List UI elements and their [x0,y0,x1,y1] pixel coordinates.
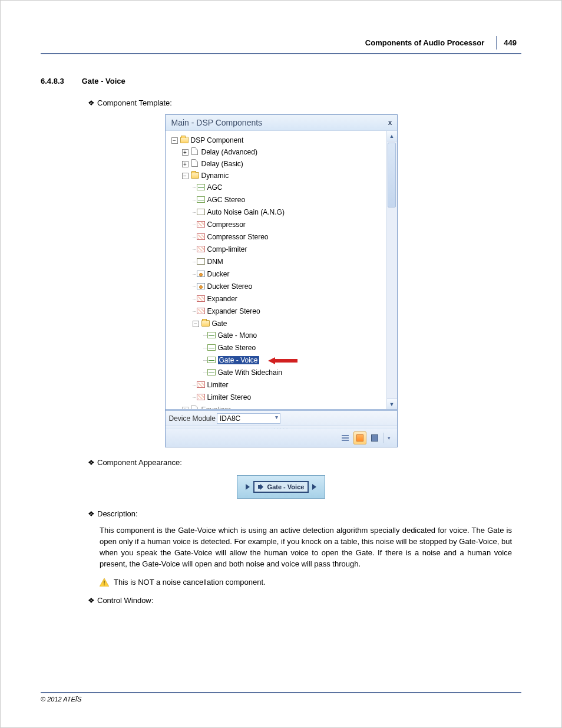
page-header: Components of Audio Processor 449 [41,36,521,54]
port-out-icon [312,484,316,490]
tree-node-limiter-stereo[interactable]: ┈Limiter Stereo [169,391,384,404]
bullet-description: ❖Description: [88,509,521,518]
tree-node-expander[interactable]: ┈Expander [169,293,384,305]
tree-node-gate-group[interactable]: −Gate [169,318,384,330]
diamond-icon: ❖ [88,98,95,107]
toolbar-dropdown-icon[interactable]: ▾ [385,431,394,444]
section-title: Gate - Voice [82,77,125,85]
tree-node-agc-stereo[interactable]: ┈AGC Stereo [169,194,384,206]
tree-node-ang[interactable]: ┈Auto Noise Gain (A.N.G) [169,206,384,219]
toolbar-grid-view-button[interactable] [353,431,366,444]
tree-node-compressor[interactable]: ┈Compressor [169,219,384,231]
warning-text: This is NOT a noise cancellation compone… [114,578,266,587]
document-page: Components of Audio Processor 449 6.4.8.… [0,0,562,728]
tree-label: Expander Stereo [207,307,260,315]
tree-node-compressor-stereo[interactable]: ┈Compressor Stereo [169,231,384,243]
tree-node-gate-voice[interactable]: ┈Gate - Voice [169,354,384,367]
section-heading: 6.4.8.3 Gate - Voice [41,77,521,85]
tree-label: Ducker Stereo [207,282,253,291]
tree-label-selected: Gate - Voice [218,356,259,364]
panel-footer: Device Module IDA8C [166,409,397,426]
port-in-icon [246,484,250,490]
svg-text:!: ! [103,580,105,587]
tree-node-root[interactable]: −DSP Component [169,134,384,146]
toolbar-detail-button[interactable] [368,431,381,444]
dsp-components-panel: Main - DSP Components x −DSP Component +… [165,114,398,447]
bullet-description-label: Description: [97,509,138,518]
diamond-icon: ❖ [88,596,95,605]
scrollbar[interactable]: ▲ ▼ [386,131,397,409]
bullet-control-label: Control Window: [97,596,153,605]
tree-label: Delay (Advanced) [201,148,257,156]
scroll-down-icon[interactable]: ▼ [387,398,397,409]
tree-node-delay-adv[interactable]: +Delay (Advanced) [169,146,384,158]
tree-node-delay-basic[interactable]: +Delay (Basic) [169,158,384,170]
page-number: 449 [496,36,524,50]
tree-label: Dynamic [201,172,229,180]
tree-label: Comp-limiter [207,245,247,253]
tree-node-ducker[interactable]: ┈Ducker [169,268,384,281]
svg-marker-0 [268,357,297,364]
tree-label: Gate With Sidechain [218,368,282,377]
bullet-appearance: ❖Component Appearance: [88,458,521,467]
component-appearance-block: Gate - Voice [237,475,325,499]
tree-label: Delay (Basic) [201,160,243,168]
diamond-icon: ❖ [88,458,95,467]
component-chip: Gate - Voice [253,481,309,493]
bullet-control: ❖Control Window: [88,596,521,605]
arrow-pointer-icon [268,357,297,365]
copyright-text: © 2012 ATEÏS [41,696,81,703]
panel-toolbar: ▾ [166,429,397,447]
section-number: 6.4.8.3 [41,77,80,85]
tree-label: AGC Stereo [207,196,246,204]
tree-label: Gate - Mono [218,331,257,340]
tree-label: AGC [207,183,223,192]
tree-node-agc[interactable]: ┈AGC [169,182,384,194]
warning-icon: ! [100,578,109,587]
bullet-template-label: Component Template: [97,98,172,107]
scroll-up-icon[interactable]: ▲ [387,131,397,141]
tree-label: Gate Stereo [218,344,256,352]
chip-label: Gate - Voice [267,483,305,490]
tree-body: −DSP Component +Delay (Advanced) +Delay … [166,131,397,409]
scroll-thumb[interactable] [388,143,396,207]
tree-node-ducker-stereo[interactable]: ┈Ducker Stereo [169,281,384,293]
close-icon[interactable]: x [388,118,392,127]
tree-label: DNM [207,258,223,266]
tree-content: −DSP Component +Delay (Advanced) +Delay … [166,131,386,409]
diamond-icon: ❖ [88,509,95,518]
tree-node-gate-stereo[interactable]: ┈Gate Stereo [169,342,384,354]
device-module-dropdown[interactable]: IDA8C [217,413,280,424]
tree-label: Compressor [207,220,246,229]
tree-node-expander-stereo[interactable]: ┈Expander Stereo [169,305,384,318]
tree-label: Expander [207,295,237,303]
tree-node-gate-mono[interactable]: ┈Gate - Mono [169,330,384,342]
tree-label: Limiter Stereo [207,393,252,401]
tree-node-dynamic[interactable]: −Dynamic [169,170,384,182]
toolbar-list-view-button[interactable] [339,431,352,444]
panel-title: Main - DSP Components [171,118,263,127]
header-title: Components of Audio Processor [365,38,484,47]
tree-node-limiter[interactable]: ┈Limiter [169,379,384,391]
speaker-icon [258,484,265,490]
tree-node-cutoff[interactable]: +Equalizer [169,404,384,409]
tree-label: Limiter [207,381,229,389]
bullet-appearance-label: Component Appearance: [97,458,182,467]
tree-node-comp-limiter[interactable]: ┈Comp-limiter [169,243,384,256]
tree-node-dnm[interactable]: ┈DNM [169,256,384,268]
warning-line: ! This is NOT a noise cancellation compo… [100,578,521,587]
tree-label: Gate [212,319,227,328]
tree-label: Ducker [207,270,230,278]
page-footer: © 2012 ATEÏS [41,692,521,703]
tree-label: Compressor Stereo [207,233,269,241]
device-module-label: Device Module [169,414,216,423]
tree-label: Equalizer [201,406,231,409]
panel-titlebar: Main - DSP Components x [166,115,397,131]
tree-label: DSP Component [191,136,244,144]
tree-node-gate-sidechain[interactable]: ┈Gate With Sidechain [169,367,384,379]
bullet-template: ❖Component Template: [88,98,521,107]
tree-label: Auto Noise Gain (A.N.G) [207,208,285,216]
description-paragraph: This component is the Gate-Voice which i… [100,525,512,569]
